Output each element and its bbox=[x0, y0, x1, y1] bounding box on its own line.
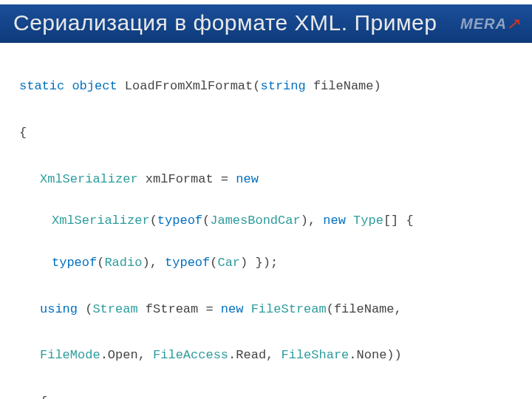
type-radio: Radio bbox=[104, 256, 142, 270]
txt: ) bbox=[301, 214, 308, 228]
kw-new: new bbox=[221, 302, 244, 316]
txt: ( bbox=[202, 214, 210, 228]
code-line: XmlSerializer xmlFormat = new bbox=[19, 170, 513, 189]
kw-new: new bbox=[236, 172, 259, 186]
txt: ) bbox=[240, 256, 248, 270]
txt: ( bbox=[150, 214, 157, 228]
fn-name: LoadFromXmlFormat( bbox=[117, 79, 261, 93]
code-line: typeof(Radio), typeof(Car) }); bbox=[19, 253, 513, 273]
brand-logo-text: MERA bbox=[460, 16, 507, 33]
code-line: FileMode.Open, FileAccess.Read, FileShar… bbox=[19, 346, 513, 365]
code-line: { bbox=[19, 392, 513, 399]
brand-logo: MERA bbox=[460, 16, 522, 33]
txt: .None)) bbox=[349, 348, 401, 362]
slide: Сериализация в формате XML. Пример MERA … bbox=[0, 4, 532, 399]
txt: .Open, bbox=[100, 348, 153, 362]
txt: .Read, bbox=[228, 348, 281, 362]
type-car: Car bbox=[217, 256, 240, 270]
slide-title: Сериализация в формате XML. Пример bbox=[13, 10, 437, 35]
type-filemode: FileMode bbox=[40, 348, 100, 362]
param: fileName) bbox=[306, 79, 381, 93]
brace: { bbox=[40, 395, 47, 399]
type-jamesbondcar: JamesBondCar bbox=[210, 214, 300, 228]
txt: [] { bbox=[383, 214, 414, 228]
code-line: XmlSerializer(typeof(JamesBondCar), new … bbox=[19, 211, 513, 231]
kw-typeof: typeof bbox=[157, 214, 202, 228]
txt: fStream = bbox=[138, 302, 221, 316]
title-bar: Сериализация в формате XML. Пример MERA bbox=[0, 4, 532, 43]
kw-static: static bbox=[19, 79, 64, 93]
code-line: using (Stream fStream = new FileStream(f… bbox=[19, 300, 513, 319]
type-type: Type bbox=[353, 214, 383, 228]
kw-object: object bbox=[72, 79, 117, 93]
type-stream: Stream bbox=[92, 302, 137, 316]
kw-new: new bbox=[323, 214, 346, 228]
txt: ( bbox=[210, 256, 217, 270]
code-line: { bbox=[19, 123, 513, 143]
type-filestream: FileStream bbox=[251, 302, 327, 316]
kw-typeof: typeof bbox=[165, 256, 210, 270]
code-block: static object LoadFromXmlFormat(string f… bbox=[0, 43, 532, 399]
type-fileaccess: FileAccess bbox=[153, 348, 228, 362]
code-line: static object LoadFromXmlFormat(string f… bbox=[19, 77, 513, 96]
kw-string: string bbox=[260, 79, 305, 93]
txt: , bbox=[150, 256, 165, 270]
txt: ( bbox=[97, 256, 104, 270]
type-xmlserializer: XmlSerializer bbox=[40, 172, 138, 186]
kw-typeof: typeof bbox=[52, 256, 97, 270]
txt: ) bbox=[142, 256, 149, 270]
brace: { bbox=[19, 126, 27, 140]
arrow-icon bbox=[508, 17, 522, 30]
kw-using: using bbox=[40, 302, 78, 316]
txt: (fileName, bbox=[327, 302, 402, 316]
txt: ( bbox=[78, 302, 92, 316]
txt: , bbox=[308, 214, 323, 228]
type-xmlserializer: XmlSerializer bbox=[52, 214, 150, 228]
type-fileshare: FileShare bbox=[282, 348, 349, 362]
txt: xmlFormat = bbox=[138, 172, 236, 186]
txt: }); bbox=[248, 256, 278, 270]
